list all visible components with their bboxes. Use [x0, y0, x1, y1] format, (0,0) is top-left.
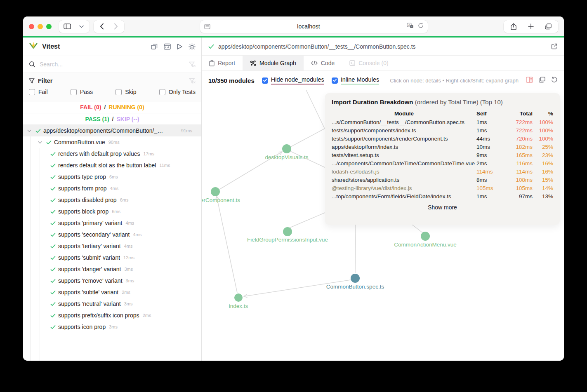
- test-tree-row[interactable]: supports icon prop 3ms: [23, 321, 201, 333]
- clear-filter-icon[interactable]: [189, 78, 196, 84]
- filter-option[interactable]: Pass: [71, 89, 93, 95]
- total-time: 722ms: [502, 118, 533, 126]
- graph-toolbar: 10/350 modules Hide node_modules Inline …: [202, 71, 564, 90]
- import-duration-row[interactable]: tests/support/components/index.ts 1ms 72…: [332, 126, 553, 134]
- test-tree-row[interactable]: supports 'subtle' variant 2ms: [23, 286, 201, 298]
- run-all-icon[interactable]: [177, 43, 183, 50]
- test-tree-row[interactable]: renders with default prop values 17ms: [23, 148, 201, 160]
- col-pct: %: [533, 109, 553, 118]
- translate-icon[interactable]: Ax: [407, 23, 414, 30]
- test-tree-row[interactable]: renders default slot as the button label…: [23, 160, 201, 171]
- search-row: [23, 56, 201, 73]
- graph-node[interactable]: [283, 227, 292, 236]
- back-button[interactable]: [97, 21, 107, 31]
- sidebar-header: Vitest: [23, 38, 201, 56]
- search-input[interactable]: [40, 61, 185, 68]
- reset-graph-icon[interactable]: [551, 77, 557, 85]
- import-duration-row[interactable]: lodash-es/lodash.js 114ms 114ms 16%: [332, 167, 553, 176]
- node-modules-list-icon[interactable]: [526, 77, 533, 85]
- test-tree-row[interactable]: supports 'tertiary' variant 4ms: [23, 240, 201, 252]
- dashboard-icon[interactable]: [164, 43, 171, 50]
- tab-module-graph[interactable]: Module Graph: [243, 56, 304, 70]
- inline-modules-toggle[interactable]: Inline Modules: [332, 76, 380, 85]
- chevron-down-icon[interactable]: [76, 21, 86, 31]
- test-tree-row[interactable]: supports 'secondary' variant 4ms: [23, 229, 201, 240]
- test-tree-row[interactable]: supports form prop 4ms: [23, 183, 201, 194]
- graph-node-label[interactable]: erComponent.ts: [202, 197, 240, 203]
- graph-edge: [289, 212, 326, 228]
- checkbox-checked-icon[interactable]: [262, 77, 268, 84]
- import-duration-row[interactable]: .../components/CommonDateTime/CommonDate…: [332, 159, 553, 167]
- graph-node[interactable]: [282, 144, 291, 153]
- graph-node[interactable]: [351, 274, 360, 283]
- open-in-editor-icon[interactable]: [551, 43, 557, 49]
- share-icon[interactable]: [509, 21, 519, 31]
- chevron-down-icon[interactable]: [26, 129, 32, 132]
- hide-node-modules-toggle[interactable]: Hide node_modules: [262, 76, 324, 85]
- checkbox-unchecked-icon[interactable]: [116, 89, 122, 95]
- import-duration-row[interactable]: apps/desktop/form/index.ts 10ms 182ms 25…: [332, 143, 553, 151]
- forward-button[interactable]: [111, 21, 121, 31]
- theme-toggle-icon[interactable]: [189, 43, 196, 50]
- show-more-button[interactable]: Show more: [332, 204, 553, 211]
- import-duration-row[interactable]: ...s/CommonButton/__tests__/CommonButton…: [332, 118, 553, 126]
- tab-console[interactable]: Console (0): [342, 56, 396, 70]
- tab-code[interactable]: Code: [304, 56, 342, 70]
- graph-node-label[interactable]: desktopVisuals.ts: [265, 154, 309, 160]
- close-window-button[interactable]: [29, 24, 34, 29]
- toggle-sidebar-icon[interactable]: [62, 21, 72, 31]
- module-name: tests/support/components/renderComponent…: [332, 134, 476, 143]
- reload-icon[interactable]: [418, 23, 424, 30]
- test-duration: 17ms: [143, 151, 154, 156]
- import-duration-row[interactable]: tests/support/components/renderComponent…: [332, 134, 553, 143]
- checkbox-unchecked-icon[interactable]: [29, 89, 35, 95]
- minimize-window-button[interactable]: [38, 24, 43, 29]
- checkbox-checked-icon[interactable]: [332, 77, 338, 84]
- file-path: apps/desktop/components/CommonButton/__t…: [218, 43, 547, 50]
- graph-node-label[interactable]: CommonActionMenu.vue: [394, 242, 457, 248]
- graph-node[interactable]: [234, 293, 243, 302]
- module-graph-canvas[interactable]: desktopVisuals.tserComponent.tsFieldGrou…: [202, 90, 564, 361]
- url-text[interactable]: localhost: [215, 23, 403, 30]
- import-duration-row[interactable]: ...top/components/Form/fields/FieldDate/…: [332, 192, 553, 200]
- test-tree-row[interactable]: supports 'danger' variant 3ms: [23, 263, 201, 275]
- zoom-window-button[interactable]: [46, 24, 52, 29]
- module-name: lodash-es/lodash.js: [332, 167, 476, 176]
- graph-node-label[interactable]: index.ts: [229, 303, 248, 309]
- tab-report[interactable]: Report: [202, 56, 243, 70]
- clear-search-filter-icon[interactable]: [189, 61, 196, 67]
- filter-option[interactable]: Skip: [116, 89, 136, 95]
- test-tree-row[interactable]: supports prefix/suffix icon props 2ms: [23, 310, 201, 321]
- page-icon[interactable]: [204, 24, 210, 29]
- test-tree-row[interactable]: CommonButton.vue 90ms: [23, 136, 201, 148]
- test-tree-row[interactable]: supports 'submit' variant 12ms: [23, 252, 201, 263]
- filter-option[interactable]: Fail: [29, 89, 48, 95]
- new-tab-icon[interactable]: [526, 21, 536, 31]
- test-tree-row[interactable]: supports disabled prop 6ms: [23, 194, 201, 206]
- test-tree-row[interactable]: supports 'primary' variant 4ms: [23, 217, 201, 229]
- test-tree-row[interactable]: supports 'neutral' variant 3ms: [23, 298, 201, 310]
- import-duration-row[interactable]: @testing-library/vue/dist/index.js 105ms…: [332, 184, 553, 192]
- collapse-tests-icon[interactable]: [151, 43, 158, 50]
- checkbox-unchecked-icon[interactable]: [159, 89, 165, 95]
- chevron-down-icon[interactable]: [37, 141, 43, 144]
- import-duration-row[interactable]: shared/stores/application.ts 8ms 108ms 1…: [332, 176, 553, 184]
- graph-node[interactable]: [211, 187, 220, 196]
- duplicate-graph-icon[interactable]: [539, 77, 545, 85]
- import-duration-row[interactable]: tests/vitest.setup.ts 9ms 165ms 23%: [332, 151, 553, 159]
- test-tree-row[interactable]: supports type prop 6ms: [23, 171, 201, 183]
- filter-option[interactable]: Only Tests: [159, 89, 196, 95]
- address-bar[interactable]: localhost Ax: [200, 20, 428, 33]
- graph-node-label[interactable]: CommonButton.spec.ts: [326, 284, 384, 290]
- check-icon: [50, 232, 56, 237]
- checkbox-unchecked-icon[interactable]: [71, 89, 77, 95]
- test-tree-row[interactable]: supports block prop 6ms: [23, 206, 201, 217]
- graph-node-label[interactable]: FieldGroupPermissionsInput.vue: [247, 237, 328, 243]
- view-tabs: Report Module Graph Code Console (0): [202, 56, 564, 71]
- test-tree-row[interactable]: apps/desktop/components/CommonButton/_… …: [23, 125, 201, 136]
- total-time: 165ms: [502, 151, 533, 159]
- test-tree-row[interactable]: supports 'remove' variant 3ms: [23, 275, 201, 286]
- tab-overview-icon[interactable]: [543, 21, 553, 31]
- test-duration: 90ms: [108, 140, 120, 145]
- graph-node[interactable]: [421, 232, 430, 241]
